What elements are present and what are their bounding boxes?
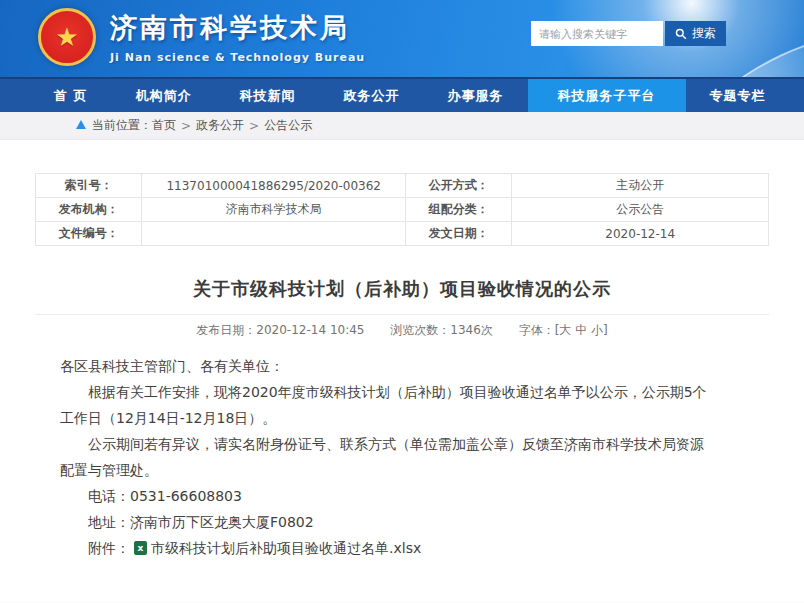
body-paragraph: 根据有关工作安排，现将2020年度市级科技计划（后补助）项目验收通过名单予以公示… (60, 379, 707, 431)
issuing-agency-label: 发布机构： (36, 198, 142, 222)
issue-date-value: 2020-12-14 (512, 222, 769, 246)
article-meta: 发布日期：2020-12-14 10:45 浏览次数：1346次 字体：[大 中… (35, 315, 769, 349)
attachment-label: 附件： (88, 535, 130, 561)
file-number-label: 文件编号： (36, 222, 142, 246)
disclosure-method-value: 主动公开 (512, 174, 769, 198)
location-icon (76, 120, 86, 129)
emblem-star-icon: ★ (55, 24, 78, 50)
table-row: 发布机构： 济南市科学技术局 组配分类： 公示公告 (36, 198, 769, 222)
search-input[interactable] (531, 21, 663, 46)
excel-file-icon: x (134, 541, 147, 555)
attachment-link[interactable]: 市级科技计划后补助项目验收通过名单.xlsx (151, 535, 421, 561)
breadcrumb-separator: > (249, 119, 259, 133)
signature-inner: 济南市科学技术局 2020年12月14日 (596, 599, 709, 603)
attachment-line: 附件： x 市级科技计划后补助项目验收通过名单.xlsx (60, 535, 707, 561)
breadcrumb-home-link[interactable]: 首页 (152, 117, 176, 134)
category-value: 公示公告 (512, 198, 769, 222)
site-brand: ★ 济南市科学技术局 Ji Nan science & Technology B… (38, 8, 365, 66)
table-row: 索引号： 113701000041886295/2020-00362 公开方式：… (36, 174, 769, 198)
search-button[interactable]: 搜索 (665, 21, 726, 46)
document-info-table: 索引号： 113701000041886295/2020-00362 公开方式：… (35, 173, 769, 246)
breadcrumb-prefix: 当前位置： (92, 117, 152, 134)
nav-item-special-columns[interactable]: 专题专栏 (686, 79, 790, 112)
nav-item-tech-service-platform[interactable]: 科技服务子平台 (528, 79, 686, 112)
view-count: 浏览次数：1346次 (390, 323, 493, 337)
signature-agency: 济南市科学技术局 (596, 599, 709, 603)
salutation-line: 各区县科技主管部门、各有关单位： (60, 353, 707, 379)
phone-line: 电话：0531-66608803 (60, 483, 707, 509)
issue-date-label: 发文日期： (406, 222, 512, 246)
table-row: 文件编号： 发文日期： 2020-12-14 (36, 222, 769, 246)
nav-item-about[interactable]: 机构简介 (112, 79, 216, 112)
main-nav: 首 页 机构简介 科技新闻 政务公开 办事服务 科技服务子平台 专题专栏 实体经… (0, 77, 804, 112)
nav-item-gov-affairs[interactable]: 政务公开 (320, 79, 424, 112)
nav-item-services[interactable]: 办事服务 (424, 79, 528, 112)
issuing-agency-value: 济南市科学技术局 (142, 198, 406, 222)
signature-block: 济南市科学技术局 2020年12月14日 (35, 599, 769, 603)
site-header: ★ 济南市科学技术局 Ji Nan science & Technology B… (0, 0, 804, 77)
body-paragraph: 公示期间若有异议，请实名附身份证号、联系方式（单位需加盖公章）反馈至济南市科学技… (60, 431, 707, 483)
nav-item-home[interactable]: 首 页 (30, 79, 112, 112)
font-size-switcher[interactable]: 字体：[大 中 小] (519, 323, 608, 337)
publish-date: 发布日期：2020-12-14 10:45 (196, 323, 364, 337)
breadcrumb-separator: > (181, 119, 191, 133)
national-emblem-logo: ★ (38, 8, 96, 66)
breadcrumb-current[interactable]: 公告公示 (264, 117, 312, 134)
article-body: 各区县科技主管部门、各有关单位： 根据有关工作安排，现将2020年度市级科技计划… (35, 349, 769, 561)
brand-text: 济南市科学技术局 Ji Nan science & Technology Bur… (110, 10, 365, 64)
page-title: 关于市级科技计划（后补助）项目验收情况的公示 (35, 277, 769, 301)
page-content: 索引号： 113701000041886295/2020-00362 公开方式：… (0, 140, 804, 602)
nav-item-real-economy[interactable]: 实体经济 (790, 79, 804, 112)
address-line: 地址：济南市历下区龙奥大厦F0802 (60, 509, 707, 535)
site-subtitle: Ji Nan science & Technology Bureau (110, 51, 365, 64)
search-area: 搜索 (531, 21, 726, 46)
index-number-label: 索引号： (36, 174, 142, 198)
file-number-value (142, 222, 406, 246)
nav-item-news[interactable]: 科技新闻 (216, 79, 320, 112)
breadcrumb: 当前位置： 首页 > 政务公开 > 公告公示 (0, 112, 804, 140)
category-label: 组配分类： (406, 198, 512, 222)
disclosure-method-label: 公开方式： (406, 174, 512, 198)
index-number-value: 113701000041886295/2020-00362 (142, 174, 406, 198)
search-icon (675, 28, 687, 40)
breadcrumb-gov-link[interactable]: 政务公开 (196, 117, 244, 134)
search-button-label: 搜索 (692, 25, 716, 42)
site-title: 济南市科学技术局 (110, 10, 365, 46)
